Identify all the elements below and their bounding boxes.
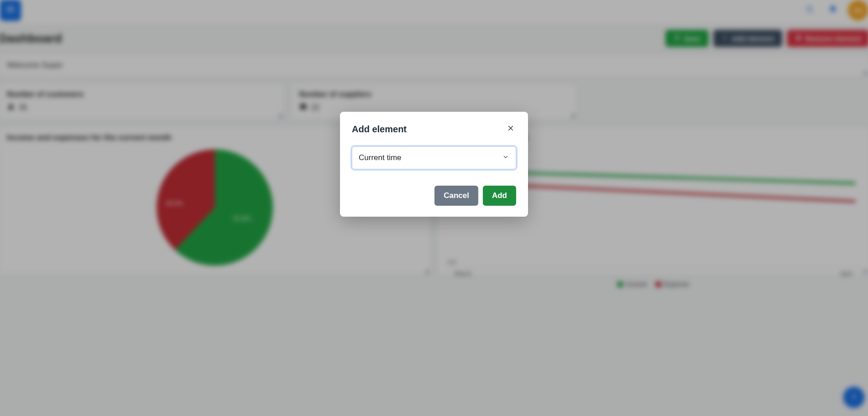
select-value: Current time <box>359 153 402 162</box>
close-button[interactable] <box>505 124 516 135</box>
add-element-modal: Add element Current time Cancel Add <box>340 112 528 217</box>
close-icon <box>507 125 514 134</box>
chevron-down-icon <box>502 153 509 163</box>
element-type-select[interactable]: Current time <box>352 146 516 169</box>
modal-title: Add element <box>352 124 505 135</box>
add-button[interactable]: Add <box>483 186 516 206</box>
cancel-button[interactable]: Cancel <box>434 186 478 206</box>
